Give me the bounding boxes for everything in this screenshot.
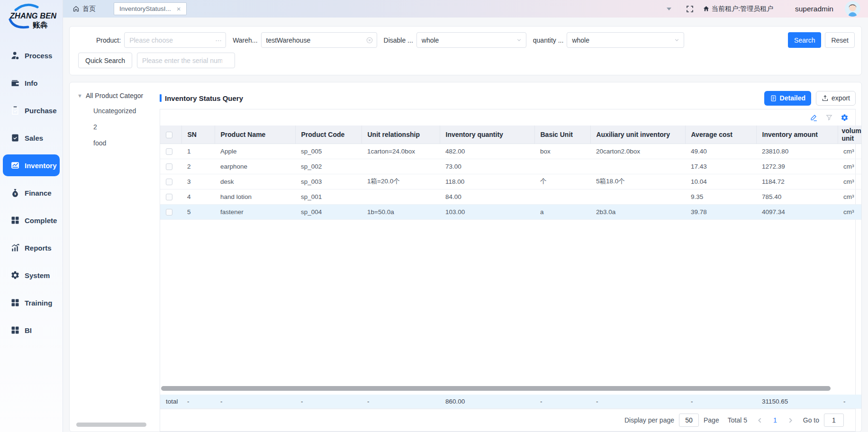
goto-page-input[interactable]: [824, 414, 844, 427]
tab-list-dropdown-icon[interactable]: [667, 8, 671, 10]
disable-select-value[interactable]: [417, 33, 526, 47]
tenant-info[interactable]: 当前租户:管理员租户: [703, 5, 773, 13]
table-cell: 785.40: [756, 189, 838, 204]
total-cell: -: [534, 395, 590, 409]
edit-icon[interactable]: [810, 114, 818, 122]
table-row[interactable]: 4hand lotionsp_00184.009.35785.40cm³: [160, 189, 861, 204]
disable-label: Disable ...: [384, 36, 413, 44]
tab-inventory-status[interactable]: InventoryStatusI... ×: [114, 2, 187, 15]
sidebar-item-label: Training: [25, 299, 52, 307]
sidebar-item-label: System: [25, 271, 50, 279]
column-header: volume unit: [838, 126, 861, 144]
sidebar-item-label: Complete: [25, 216, 57, 225]
home-icon: [703, 5, 710, 12]
export-button[interactable]: export: [816, 91, 856, 106]
tree-root[interactable]: ▼ All Product Categor: [77, 92, 160, 99]
prev-page-icon[interactable]: [757, 417, 763, 423]
page-size-input[interactable]: [679, 414, 699, 427]
row-checkbox[interactable]: [166, 179, 172, 185]
table-cell: 2b3.0a: [590, 204, 685, 219]
sidebar-item-bi[interactable]: BI: [0, 316, 63, 344]
sidebar-item-training[interactable]: Training: [0, 289, 63, 316]
avatar[interactable]: [845, 1, 860, 17]
gear-icon: [10, 270, 20, 280]
tree-item[interactable]: 2: [93, 123, 160, 131]
table-cell: [362, 189, 440, 204]
warehouse-input[interactable]: [262, 33, 377, 47]
table-horizontal-scrollbar[interactable]: [161, 386, 831, 391]
quantity-select-value[interactable]: [567, 33, 684, 47]
fullscreen-icon[interactable]: [686, 5, 694, 13]
sidebar-item-sales[interactable]: Sales: [0, 124, 63, 152]
wallet-icon: [10, 78, 20, 88]
page-label: Page: [704, 416, 719, 424]
table-cell: 5: [181, 204, 215, 219]
table-row[interactable]: 1Applesp_0051carton=24.0box482.00box20ca…: [160, 144, 861, 159]
sidebar-item-label: Inventory: [25, 162, 57, 170]
table-cell: 20carton2.0box: [590, 144, 685, 159]
total-cell: 860.00: [440, 395, 534, 409]
quantity-select[interactable]: [567, 32, 684, 48]
row-checkbox[interactable]: [166, 163, 172, 170]
total-cell: -: [215, 395, 295, 409]
main-card: ▼ All Product Categor Uncategorized2food…: [69, 82, 862, 432]
table-cell: 1b=50.0a: [362, 204, 440, 219]
reset-button[interactable]: Reset: [825, 32, 855, 48]
tab-home[interactable]: 首页: [72, 5, 96, 13]
settings-icon[interactable]: [841, 114, 849, 122]
next-page-icon[interactable]: [787, 417, 794, 423]
current-page[interactable]: 1: [773, 416, 777, 424]
warehouse-label: Wareh...: [233, 36, 257, 44]
tree-expand-icon[interactable]: ▼: [77, 93, 82, 99]
filter-icon[interactable]: [825, 114, 833, 121]
search-button[interactable]: Search: [788, 32, 821, 48]
row-checkbox[interactable]: [166, 209, 172, 216]
tree-item[interactable]: Uncategorized: [93, 107, 160, 115]
clear-icon[interactable]: [366, 37, 373, 44]
detailed-button[interactable]: Detailed: [764, 91, 811, 106]
product-select[interactable]: ⋯: [124, 32, 226, 48]
table-cell: 23810.80: [756, 144, 838, 159]
table-cell: a: [534, 204, 590, 219]
sidebar-item-process[interactable]: Process: [0, 42, 63, 69]
pagination: Display per page Page Total 5 1 Go to: [160, 409, 855, 431]
table-cell: [534, 189, 590, 204]
table-cell: Apple: [215, 144, 295, 159]
grid-icon: [10, 325, 20, 335]
tree-item[interactable]: food: [93, 139, 160, 147]
table-row[interactable]: 2earphonesp_00273.0017.431272.39cm³: [160, 159, 861, 174]
username[interactable]: superadmin: [795, 5, 833, 13]
total-cell: -: [295, 395, 362, 409]
disable-select[interactable]: [416, 32, 526, 48]
sidebar-item-inventory[interactable]: Inventory: [0, 152, 63, 179]
brand-logo: ZHANG BEN 账犇: [0, 0, 63, 35]
sidebar-item-reports[interactable]: Reports: [0, 234, 63, 261]
quick-search-input[interactable]: [137, 53, 235, 68]
chevron-down-icon: [516, 37, 522, 43]
product-input[interactable]: [125, 33, 226, 47]
table-cell: cm³: [838, 144, 861, 159]
sidebar-item-complete[interactable]: Complete: [0, 207, 63, 234]
sidebar-item-purchase[interactable]: Purchase: [0, 97, 63, 124]
quantity-label: quantity ...: [533, 36, 564, 44]
quick-search-field[interactable]: [137, 53, 235, 68]
sidebar-item-label: Sales: [25, 134, 43, 142]
table-cell: cm³: [838, 189, 861, 204]
tree-horizontal-scrollbar[interactable]: [76, 423, 146, 427]
inventory-table: SNProduct NameProduct CodeUnit relations…: [160, 126, 861, 220]
quick-search-button[interactable]: Quick Search: [78, 53, 132, 68]
column-header: Auxiliary unit inventory: [590, 126, 685, 144]
warehouse-field[interactable]: [261, 32, 377, 48]
select-all-checkbox[interactable]: [166, 132, 172, 138]
sidebar-item-info[interactable]: Info: [0, 69, 63, 97]
page-title: Inventory Status Query: [160, 94, 243, 102]
table-row[interactable]: 3desksp_0031箱=20.0个118.00个5箱18.0个10.0411…: [160, 174, 861, 189]
table-panel: Inventory Status Query Detailed export: [160, 87, 856, 432]
table-row[interactable]: 5fastenersp_0041b=50.0a103.00a2b3.0a39.7…: [160, 204, 861, 219]
topbar: 首页 InventoryStatusI... × 当前租户:管理员租户 supe…: [63, 0, 868, 18]
row-checkbox[interactable]: [166, 148, 172, 155]
sidebar-item-system[interactable]: System: [0, 261, 63, 289]
tab-close-icon[interactable]: ×: [177, 5, 181, 12]
row-checkbox[interactable]: [166, 194, 172, 200]
sidebar-item-finance[interactable]: ¥Finance: [0, 179, 63, 207]
